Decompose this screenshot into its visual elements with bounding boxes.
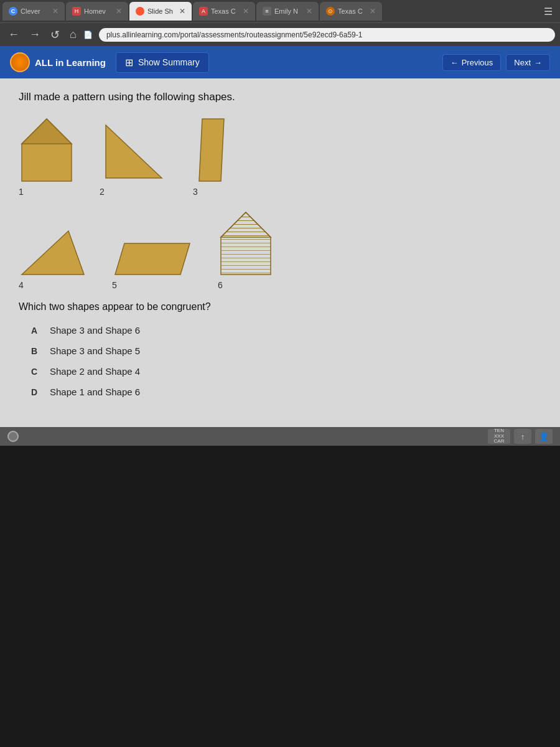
tab-texas2-icon: ⊙ bbox=[326, 7, 335, 16]
tab-homev-icon: H bbox=[72, 7, 81, 16]
answer-options: A Shape 3 and Shape 6 B Shape 3 and Shap… bbox=[31, 325, 541, 397]
tab-emily[interactable]: ≡ Emily N ✕ bbox=[256, 2, 319, 21]
browser-chrome: C Clever ✕ H Homev ✕ Slide Sh ✕ A Texas … bbox=[0, 0, 560, 446]
next-arrow-icon: → bbox=[534, 58, 542, 67]
tab-emily-label: Emily N bbox=[274, 7, 298, 15]
main-content: Jill made a pattern using the following … bbox=[0, 78, 560, 427]
shapes-row-1: 1 2 3 bbox=[19, 116, 541, 197]
question-prompt: Jill made a pattern using the following … bbox=[19, 91, 541, 103]
option-a[interactable]: A Shape 3 and Shape 6 bbox=[31, 325, 541, 336]
shape-6-svg bbox=[218, 209, 274, 278]
option-a-letter: A bbox=[31, 326, 41, 336]
option-b-text: Shape 3 and Shape 5 bbox=[50, 345, 140, 356]
bottom-strip: TENXXXCAR ↑ 👤 bbox=[0, 427, 560, 446]
tab-clever-icon: C bbox=[9, 7, 17, 16]
tab-texas1-icon: A bbox=[199, 7, 208, 16]
back-button[interactable]: ← bbox=[5, 27, 22, 42]
previous-arrow-icon: ← bbox=[450, 58, 459, 67]
shape-4-number: 4 bbox=[19, 280, 24, 290]
shape-2: 2 bbox=[100, 122, 168, 197]
tab-homev-close[interactable]: ✕ bbox=[116, 7, 122, 16]
taskbar-icon-3[interactable]: 👤 bbox=[535, 429, 553, 444]
forward-button[interactable]: → bbox=[26, 27, 44, 42]
previous-label: Previous bbox=[462, 58, 493, 67]
show-summary-button[interactable]: ⊞ Show Summary bbox=[116, 52, 209, 73]
option-b-letter: B bbox=[31, 346, 41, 356]
taskbar-right: TENXXXCAR ↑ 👤 bbox=[488, 429, 553, 444]
shape-2-svg bbox=[100, 122, 168, 184]
home-button[interactable]: ⌂ bbox=[67, 27, 80, 42]
svg-marker-4 bbox=[22, 231, 84, 275]
shape-6: 6 bbox=[218, 209, 274, 290]
app-header: ALL in Learning ⊞ Show Summary ← Previou… bbox=[0, 46, 560, 78]
tab-texas1-close[interactable]: ✕ bbox=[243, 7, 249, 16]
shape-5-number: 5 bbox=[112, 280, 117, 290]
tab-texas1[interactable]: A Texas C ✕ bbox=[193, 2, 255, 21]
tab-slides-label: Slide Sh bbox=[147, 7, 173, 15]
option-d-letter: D bbox=[31, 387, 41, 397]
logo-text: ALL in Learning bbox=[35, 57, 106, 68]
nav-controls: ← Previous Next → bbox=[442, 54, 550, 71]
taskbar-icon-2[interactable]: ↑ bbox=[514, 429, 531, 444]
option-d[interactable]: D Shape 1 and Shape 6 bbox=[31, 387, 541, 397]
tab-texas2[interactable]: ⊙ Texas C ✕ bbox=[320, 2, 382, 21]
tab-homev-label: Homev bbox=[84, 7, 106, 15]
shape-3-number: 3 bbox=[193, 187, 198, 197]
shape-1-svg bbox=[19, 116, 75, 184]
shape-4-svg bbox=[19, 228, 87, 278]
shape-5: 5 bbox=[112, 240, 193, 290]
tab-texas2-label: Texas C bbox=[338, 7, 363, 15]
svg-marker-8 bbox=[221, 212, 271, 237]
shape-3-svg bbox=[193, 116, 230, 184]
address-input[interactable] bbox=[99, 28, 555, 42]
tab-texas2-close[interactable]: ✕ bbox=[370, 7, 376, 16]
tab-clever-label: Clever bbox=[21, 7, 40, 15]
option-c[interactable]: C Shape 2 and Shape 4 bbox=[31, 366, 541, 377]
summary-grid-icon: ⊞ bbox=[125, 57, 133, 68]
shape-1-number: 1 bbox=[19, 187, 24, 197]
option-c-text: Shape 2 and Shape 4 bbox=[50, 366, 140, 377]
taskbar-icon-1[interactable]: TENXXXCAR bbox=[488, 429, 510, 444]
shapes-row-2: 4 5 bbox=[19, 209, 541, 290]
option-d-text: Shape 1 and Shape 6 bbox=[50, 387, 140, 397]
tab-texas1-label: Texas C bbox=[211, 7, 236, 15]
reload-button[interactable]: ↺ bbox=[47, 27, 63, 43]
tab-homev[interactable]: H Homev ✕ bbox=[66, 2, 128, 21]
svg-marker-5 bbox=[115, 243, 190, 275]
svg-marker-2 bbox=[106, 125, 162, 178]
show-summary-label: Show Summary bbox=[138, 57, 200, 67]
tab-emily-close[interactable]: ✕ bbox=[306, 7, 312, 16]
option-b[interactable]: B Shape 3 and Shape 5 bbox=[31, 345, 541, 356]
option-a-text: Shape 3 and Shape 6 bbox=[50, 325, 140, 336]
shape-3: 3 bbox=[193, 116, 230, 197]
tab-slides-close[interactable]: ✕ bbox=[179, 7, 185, 16]
svg-marker-1 bbox=[22, 119, 72, 144]
tab-emily-icon: ≡ bbox=[263, 7, 271, 16]
congruent-question: Which two shapes appear to be congruent? bbox=[19, 301, 541, 312]
previous-button[interactable]: ← Previous bbox=[442, 54, 502, 71]
shape-5-svg bbox=[112, 240, 193, 278]
browser-menu-icon[interactable]: ☰ bbox=[539, 6, 558, 17]
shape-1: 1 bbox=[19, 116, 75, 197]
next-label: Next bbox=[514, 58, 531, 67]
shape-4: 4 bbox=[19, 228, 87, 290]
svg-marker-3 bbox=[199, 119, 224, 181]
page-icon: 📄 bbox=[83, 31, 93, 39]
address-bar: ← → ↺ ⌂ 📄 bbox=[0, 22, 560, 46]
tab-slides-icon bbox=[136, 7, 144, 16]
next-button[interactable]: Next → bbox=[506, 54, 550, 71]
logo-icon bbox=[10, 52, 30, 72]
tab-bar: C Clever ✕ H Homev ✕ Slide Sh ✕ A Texas … bbox=[0, 0, 560, 22]
shapes-grid: 1 2 3 bbox=[19, 116, 541, 290]
bottom-circle-icon[interactable] bbox=[7, 431, 19, 442]
tab-slides[interactable]: Slide Sh ✕ bbox=[129, 2, 192, 21]
shape-6-number: 6 bbox=[218, 280, 223, 290]
tab-clever[interactable]: C Clever ✕ bbox=[2, 2, 65, 21]
tab-clever-close[interactable]: ✕ bbox=[52, 7, 58, 16]
option-c-letter: C bbox=[31, 367, 41, 377]
shape-2-number: 2 bbox=[100, 187, 105, 197]
app-logo: ALL in Learning bbox=[10, 52, 106, 72]
